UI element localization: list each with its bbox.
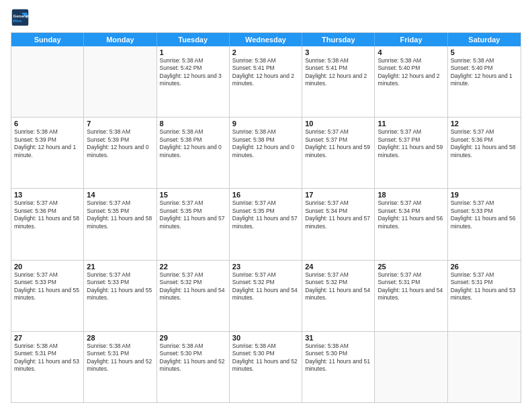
calendar-cell: 21Sunrise: 5:37 AMSunset: 5:33 PMDayligh… [84,261,157,331]
logo: General Blue [11,8,30,27]
day-number: 20 [14,263,81,271]
day-info: Sunrise: 5:37 AMSunset: 5:33 PMDaylight:… [14,271,81,302]
calendar-cell: 26Sunrise: 5:37 AMSunset: 5:31 PMDayligh… [448,261,521,331]
day-number: 7 [87,120,153,128]
calendar-row-0: 1Sunrise: 5:38 AMSunset: 5:42 PMDaylight… [11,46,521,118]
calendar-cell: 28Sunrise: 5:38 AMSunset: 5:31 PMDayligh… [84,332,157,402]
day-number: 6 [14,120,81,128]
day-number: 17 [305,191,371,199]
calendar-cell: 19Sunrise: 5:37 AMSunset: 5:33 PMDayligh… [448,189,521,259]
calendar-cell: 24Sunrise: 5:37 AMSunset: 5:32 PMDayligh… [302,261,375,331]
day-number: 16 [232,191,299,199]
calendar-row-4: 27Sunrise: 5:38 AMSunset: 5:31 PMDayligh… [11,332,521,402]
calendar-cell: 13Sunrise: 5:37 AMSunset: 5:36 PMDayligh… [11,189,84,259]
day-info: Sunrise: 5:38 AMSunset: 5:31 PMDaylight:… [14,342,81,373]
calendar-cell: 14Sunrise: 5:37 AMSunset: 5:35 PMDayligh… [84,189,157,259]
calendar-cell: 27Sunrise: 5:38 AMSunset: 5:31 PMDayligh… [11,332,84,402]
day-number: 26 [451,263,518,271]
day-number: 5 [451,48,518,56]
calendar-cell: 9Sunrise: 5:38 AMSunset: 5:38 PMDaylight… [230,118,302,188]
day-number: 10 [305,120,371,128]
calendar-row-2: 13Sunrise: 5:37 AMSunset: 5:36 PMDayligh… [11,189,521,260]
day-info: Sunrise: 5:37 AMSunset: 5:32 PMDaylight:… [305,271,371,302]
calendar-cell: 8Sunrise: 5:38 AMSunset: 5:38 PMDaylight… [157,118,230,188]
calendar-cell [84,46,157,117]
calendar-cell: 11Sunrise: 5:37 AMSunset: 5:37 PMDayligh… [375,118,447,188]
day-number: 14 [87,191,153,199]
day-number: 1 [160,48,226,56]
page: General Blue Sunday Monday Tuesday Wedne… [0,0,532,411]
day-number: 24 [305,263,371,271]
day-info: Sunrise: 5:38 AMSunset: 5:31 PMDaylight:… [87,342,153,373]
calendar-cell: 31Sunrise: 5:38 AMSunset: 5:30 PMDayligh… [302,332,375,402]
weekday-friday: Friday [375,33,447,46]
day-info: Sunrise: 5:38 AMSunset: 5:38 PMDaylight:… [160,128,226,159]
calendar-cell [375,332,447,402]
weekday-monday: Monday [84,33,157,46]
calendar-cell [448,332,521,402]
day-number: 27 [14,334,81,342]
day-info: Sunrise: 5:37 AMSunset: 5:37 PMDaylight:… [305,128,371,159]
calendar: Sunday Monday Tuesday Wednesday Thursday… [11,32,521,403]
day-number: 28 [87,334,153,342]
day-number: 31 [305,334,371,342]
day-info: Sunrise: 5:38 AMSunset: 5:41 PMDaylight:… [305,57,371,88]
day-info: Sunrise: 5:37 AMSunset: 5:35 PMDaylight:… [232,199,299,230]
day-number: 15 [160,191,226,199]
day-info: Sunrise: 5:37 AMSunset: 5:36 PMDaylight:… [451,128,518,159]
day-info: Sunrise: 5:37 AMSunset: 5:33 PMDaylight:… [87,271,153,302]
calendar-cell: 15Sunrise: 5:37 AMSunset: 5:35 PMDayligh… [157,189,230,259]
calendar-cell: 6Sunrise: 5:38 AMSunset: 5:39 PMDaylight… [11,118,84,188]
weekday-sunday: Sunday [11,33,84,46]
calendar-cell: 29Sunrise: 5:38 AMSunset: 5:30 PMDayligh… [157,332,230,402]
calendar-cell: 20Sunrise: 5:37 AMSunset: 5:33 PMDayligh… [11,261,84,331]
day-info: Sunrise: 5:37 AMSunset: 5:31 PMDaylight:… [451,271,518,302]
day-number: 12 [451,120,518,128]
day-number: 11 [378,120,444,128]
logo-icon: General Blue [11,8,30,27]
day-number: 30 [232,334,299,342]
day-info: Sunrise: 5:38 AMSunset: 5:30 PMDaylight:… [232,342,299,373]
calendar-cell [11,46,84,117]
day-number: 19 [451,191,518,199]
day-number: 25 [378,263,444,271]
day-number: 23 [232,263,299,271]
day-number: 13 [14,191,81,199]
calendar-cell: 12Sunrise: 5:37 AMSunset: 5:36 PMDayligh… [448,118,521,188]
day-info: Sunrise: 5:37 AMSunset: 5:35 PMDaylight:… [160,199,226,230]
calendar-cell: 25Sunrise: 5:37 AMSunset: 5:31 PMDayligh… [375,261,447,331]
day-info: Sunrise: 5:38 AMSunset: 5:39 PMDaylight:… [87,128,153,159]
calendar-cell: 23Sunrise: 5:37 AMSunset: 5:32 PMDayligh… [230,261,302,331]
weekday-saturday: Saturday [448,33,521,46]
calendar-cell: 30Sunrise: 5:38 AMSunset: 5:30 PMDayligh… [230,332,302,402]
day-info: Sunrise: 5:38 AMSunset: 5:30 PMDaylight:… [305,342,371,373]
svg-text:Blue: Blue [13,18,23,23]
calendar-cell: 22Sunrise: 5:37 AMSunset: 5:32 PMDayligh… [157,261,230,331]
day-info: Sunrise: 5:37 AMSunset: 5:32 PMDaylight:… [232,271,299,302]
day-number: 3 [305,48,371,56]
day-info: Sunrise: 5:37 AMSunset: 5:34 PMDaylight:… [305,199,371,230]
calendar-cell: 3Sunrise: 5:38 AMSunset: 5:41 PMDaylight… [302,46,375,117]
calendar-header: Sunday Monday Tuesday Wednesday Thursday… [11,33,521,46]
day-info: Sunrise: 5:37 AMSunset: 5:34 PMDaylight:… [378,199,444,230]
day-number: 9 [232,120,299,128]
day-info: Sunrise: 5:38 AMSunset: 5:40 PMDaylight:… [451,57,518,88]
calendar-cell: 4Sunrise: 5:38 AMSunset: 5:40 PMDaylight… [375,46,447,117]
day-number: 18 [378,191,444,199]
day-info: Sunrise: 5:38 AMSunset: 5:42 PMDaylight:… [160,57,226,88]
weekday-tuesday: Tuesday [157,33,230,46]
weekday-thursday: Thursday [302,33,375,46]
day-info: Sunrise: 5:37 AMSunset: 5:36 PMDaylight:… [14,199,81,230]
calendar-row-3: 20Sunrise: 5:37 AMSunset: 5:33 PMDayligh… [11,261,521,332]
svg-text:General: General [13,13,29,18]
day-info: Sunrise: 5:38 AMSunset: 5:30 PMDaylight:… [160,342,226,373]
calendar-cell: 5Sunrise: 5:38 AMSunset: 5:40 PMDaylight… [448,46,521,117]
day-number: 21 [87,263,153,271]
calendar-cell: 2Sunrise: 5:38 AMSunset: 5:41 PMDaylight… [230,46,302,117]
day-info: Sunrise: 5:37 AMSunset: 5:37 PMDaylight:… [378,128,444,159]
day-number: 8 [160,120,226,128]
calendar-cell: 10Sunrise: 5:37 AMSunset: 5:37 PMDayligh… [302,118,375,188]
day-number: 22 [160,263,226,271]
header: General Blue [11,8,521,27]
day-info: Sunrise: 5:38 AMSunset: 5:39 PMDaylight:… [14,128,81,159]
